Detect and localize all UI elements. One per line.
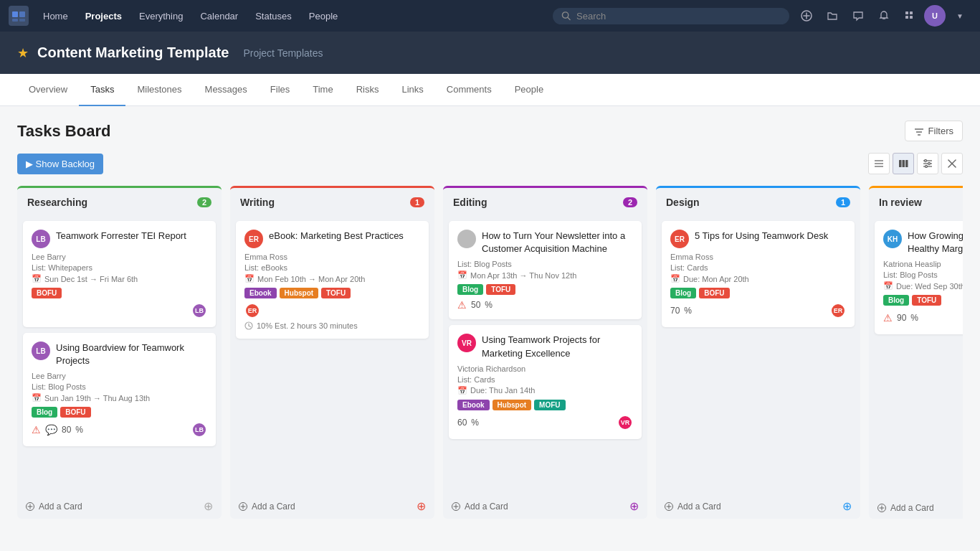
calendar-icon: 📅 bbox=[883, 281, 893, 291]
card-date: 📅 Due: Mon Apr 20th bbox=[670, 274, 846, 283]
progress-text: 50 bbox=[471, 300, 480, 310]
chat-button[interactable] bbox=[847, 4, 870, 27]
list-view-button[interactable] bbox=[868, 153, 890, 174]
add-card-button-researching[interactable]: Add a Card bbox=[26, 501, 82, 512]
column-count-editing: 2 bbox=[623, 197, 637, 207]
card-assigned-avatars: ER bbox=[244, 303, 260, 319]
card-researching-1[interactable]: LB Teamwork Forrester TEI Report Lee Bar… bbox=[23, 221, 216, 327]
show-backlog-button[interactable]: ▶ Show Backlog bbox=[17, 154, 103, 174]
tab-tasks[interactable]: Tasks bbox=[79, 74, 125, 106]
tag-ebook: Ebook bbox=[457, 400, 490, 410]
add-card-button-writing[interactable]: Add a Card bbox=[239, 501, 295, 512]
card-footer: ⚠ 💬 80% LB bbox=[32, 422, 207, 438]
move-icon[interactable]: ⊕ bbox=[417, 499, 426, 513]
move-icon[interactable]: ⊕ bbox=[204, 499, 213, 513]
card-author: Emma Ross bbox=[670, 253, 846, 261]
column-header-inreview: In review bbox=[869, 186, 963, 215]
tab-messages[interactable]: Messages bbox=[194, 74, 259, 106]
calendar-icon: 📅 bbox=[244, 274, 254, 283]
tag-tofu: TOFU bbox=[912, 295, 941, 306]
tab-links[interactable]: Links bbox=[390, 74, 434, 106]
nav-home[interactable]: Home bbox=[36, 6, 75, 26]
star-icon[interactable]: ★ bbox=[17, 45, 29, 61]
close-view-button[interactable] bbox=[941, 153, 963, 174]
card-progress: 70% bbox=[670, 306, 692, 316]
assigned-avatar: LB bbox=[191, 422, 207, 438]
tag-blog: Blog bbox=[670, 288, 696, 298]
tab-people[interactable]: People bbox=[503, 74, 555, 106]
user-avatar[interactable]: U bbox=[924, 5, 946, 27]
progress-text: 90 bbox=[897, 313, 906, 323]
add-card-button-design[interactable]: Add a Card bbox=[665, 501, 721, 512]
add-card-button-editing[interactable]: Add a Card bbox=[452, 501, 508, 512]
card-editing-1[interactable]: How to Turn Your Newsletter into a Custo… bbox=[449, 221, 642, 319]
tab-time[interactable]: Time bbox=[301, 74, 344, 106]
search-input[interactable] bbox=[576, 11, 781, 22]
comment-icon: 💬 bbox=[45, 424, 57, 435]
card-avatar: ER bbox=[244, 230, 263, 248]
column-researching: Researching 2 LB Teamwork Forrester TEI … bbox=[17, 186, 222, 519]
add-button[interactable] bbox=[795, 4, 818, 27]
progress-text: 70 bbox=[670, 306, 680, 316]
svg-point-25 bbox=[925, 160, 927, 162]
card-title: How Growing Agencies Maintain Healthy Ma… bbox=[908, 230, 963, 255]
column-footer-design: Add a Card ⊕ bbox=[656, 494, 860, 519]
topnav-actions: U ▼ bbox=[795, 4, 971, 27]
assigned-avatar: LB bbox=[191, 303, 207, 319]
folder-button[interactable] bbox=[821, 4, 844, 27]
svg-rect-22 bbox=[903, 160, 905, 167]
nav-statuses[interactable]: Statuses bbox=[248, 6, 299, 26]
nav-everything[interactable]: Everything bbox=[132, 6, 190, 26]
tab-milestones[interactable]: Milestones bbox=[125, 74, 193, 106]
card-title: eBook: Marketing Best Practices bbox=[269, 230, 404, 242]
tab-risks[interactable]: Risks bbox=[345, 74, 391, 106]
card-inreview-1[interactable]: KH How Growing Agencies Maintain Healthy… bbox=[875, 221, 963, 334]
card-researching-2[interactable]: LB Using Boardview for Teamwork Projects… bbox=[23, 333, 216, 446]
user-dropdown-arrow[interactable]: ▼ bbox=[948, 4, 971, 27]
card-progress: ⚠ 90% bbox=[883, 312, 918, 324]
filter-view-button[interactable] bbox=[917, 153, 938, 174]
card-header: VR Using Teamwork Projects for Marketing… bbox=[457, 334, 633, 359]
card-timer: 10% Est. 2 hours 30 minutes bbox=[244, 321, 420, 330]
move-icon[interactable]: ⊕ bbox=[842, 499, 852, 513]
card-tags: Ebook Hubspot MOFU bbox=[457, 400, 633, 410]
project-header: ★ Content Marketing Template Project Tem… bbox=[0, 32, 980, 74]
card-tags: Ebook Hubspot TOFU bbox=[244, 288, 420, 298]
tasks-board: Researching 2 LB Teamwork Forrester TEI … bbox=[17, 186, 963, 530]
tab-overview[interactable]: Overview bbox=[17, 74, 79, 106]
calendar-icon: 📅 bbox=[457, 386, 467, 395]
board-view-button[interactable] bbox=[893, 153, 914, 174]
tab-comments[interactable]: Comments bbox=[435, 74, 503, 106]
svg-point-27 bbox=[928, 163, 931, 165]
nav-people[interactable]: People bbox=[302, 6, 345, 26]
page-top-bar: Tasks Board Filters bbox=[17, 121, 963, 141]
progress-text: 80 bbox=[62, 425, 71, 435]
column-body-researching: LB Teamwork Forrester TEI Report Lee Bar… bbox=[17, 215, 222, 494]
card-progress: ⚠ 50% bbox=[457, 299, 493, 311]
bell-button[interactable] bbox=[872, 4, 895, 27]
nav-projects[interactable]: Projects bbox=[78, 6, 129, 26]
column-title-writing: Writing bbox=[240, 197, 275, 208]
card-design-1[interactable]: ER 5 Tips for Using Teamwork Desk Emma R… bbox=[662, 221, 855, 327]
app-logo[interactable] bbox=[9, 6, 29, 26]
card-list: List: Blog Posts bbox=[457, 260, 633, 268]
svg-rect-11 bbox=[905, 11, 908, 14]
alert-icon: ⚠ bbox=[32, 424, 41, 435]
search-bar[interactable] bbox=[553, 8, 789, 24]
filters-button[interactable]: Filters bbox=[905, 121, 963, 141]
column-header-editing: Editing 2 bbox=[443, 186, 647, 215]
card-footer: ER bbox=[244, 303, 420, 319]
grid-button[interactable] bbox=[898, 4, 921, 27]
card-author: Emma Ross bbox=[244, 253, 420, 261]
clock-icon bbox=[244, 321, 253, 330]
move-icon[interactable]: ⊕ bbox=[629, 499, 639, 513]
card-footer: 60% VR bbox=[457, 415, 633, 430]
card-editing-2[interactable]: VR Using Teamwork Projects for Marketing… bbox=[449, 325, 642, 438]
nav-calendar[interactable]: Calendar bbox=[193, 6, 245, 26]
svg-rect-21 bbox=[899, 160, 902, 167]
add-card-button-inreview[interactable]: Add a Card bbox=[877, 503, 934, 513]
tab-files[interactable]: Files bbox=[259, 74, 301, 106]
card-date: 📅 Sun Jan 19th → Thu Aug 13th bbox=[32, 393, 207, 402]
card-writing-1[interactable]: ER eBook: Marketing Best Practices Emma … bbox=[236, 221, 429, 339]
card-avatar: ER bbox=[670, 230, 689, 248]
